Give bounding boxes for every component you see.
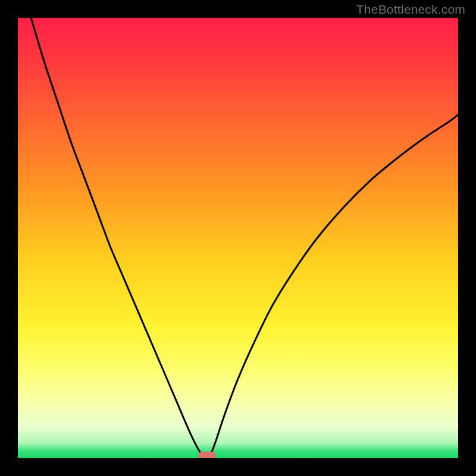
plot-area [18, 18, 458, 458]
chart-frame: TheBottleneck.com [0, 0, 476, 476]
curve-layer [18, 18, 458, 458]
curve-left-branch [18, 18, 205, 458]
watermark-text: TheBottleneck.com [356, 2, 465, 17]
curve-right-branch [209, 115, 458, 458]
bottleneck-marker [198, 452, 216, 458]
